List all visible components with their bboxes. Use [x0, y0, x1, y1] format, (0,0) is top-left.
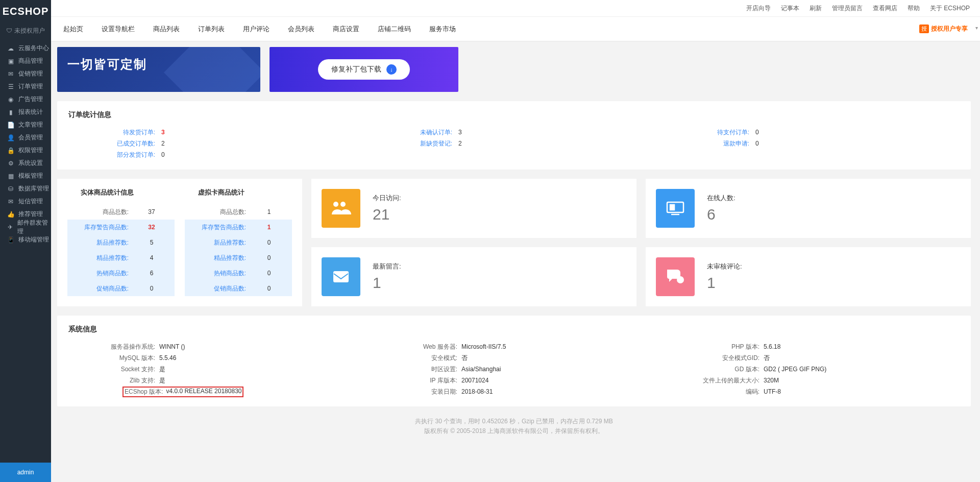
prod-value: 5: [129, 239, 175, 246]
sidebar-item-4[interactable]: ◉广告管理: [0, 93, 51, 106]
sysinfo-row: IP 库版本:20071024: [371, 375, 657, 386]
prod-label[interactable]: 新品推荐数:: [67, 238, 129, 247]
banner-custom[interactable]: 一切皆可定制: [57, 47, 260, 92]
sidebar-item-10[interactable]: ▦模板管理: [0, 170, 51, 182]
sidebar-item-7[interactable]: 👤会员管理: [0, 131, 51, 144]
nav-link-5[interactable]: 会员列表: [288, 25, 314, 33]
sysinfo-row: PHP 版本:5.6.18: [673, 341, 960, 352]
sysinfo-row: MySQL 版本:5.5.46: [68, 352, 355, 364]
order-stat-label[interactable]: 新缺货登记:: [365, 139, 452, 148]
sysinfo-row: 安装日期:2018-08-31: [371, 386, 657, 397]
order-stat-label[interactable]: 未确认订单:: [365, 128, 452, 137]
prod-label[interactable]: 精品推荐数:: [67, 254, 129, 262]
stat-card-2[interactable]: 最新留言:1: [311, 247, 636, 306]
stat-card-3[interactable]: 未审核评论:1: [646, 247, 971, 306]
stat-value-3: 1: [707, 274, 742, 292]
topbar-link-6[interactable]: 关于 ECSHOP: [930, 4, 970, 13]
order-stat-row: 部分发货订单:0: [68, 149, 365, 160]
patch-download-button[interactable]: 修复补丁包下载 ↓: [318, 59, 410, 80]
prod-value: 1: [246, 208, 292, 215]
sidebar-item-1[interactable]: ▣商品管理: [0, 55, 51, 67]
sidebar-item-9[interactable]: ⚙系统设置: [0, 157, 51, 170]
prod-value: 0: [246, 254, 292, 261]
sidebar-item-8[interactable]: 🔒权限管理: [0, 144, 51, 157]
sidebar-label-7: 会员管理: [18, 133, 43, 142]
sysinfo-label: 安装日期:: [371, 388, 457, 396]
order-stat-row: 退款申请:0: [663, 138, 960, 149]
stat-card-1[interactable]: 在线人数:6: [646, 179, 971, 238]
topbar-link-0[interactable]: 开店向导: [746, 4, 771, 13]
stat-label-2: 最新留言:: [373, 262, 401, 271]
sidebar-item-0[interactable]: ☁云服务中心: [0, 42, 51, 55]
sysinfo-value: 否: [461, 354, 468, 363]
sidebar-icon-9: ⚙: [6, 160, 15, 167]
sidebar-icon-12: ✉: [6, 198, 15, 205]
prod-row: 精品推荐数:0: [185, 250, 292, 266]
banner-patch[interactable]: 修复补丁包下载 ↓: [270, 47, 458, 92]
prod-value: 6: [129, 270, 175, 277]
prod-label[interactable]: 库存警告商品数:: [185, 223, 246, 232]
banner-custom-text: 一切皆可定制: [67, 57, 147, 71]
prod-label[interactable]: 促销商品数:: [185, 284, 246, 293]
nav-link-0[interactable]: 起始页: [63, 25, 83, 33]
prod-row: 新品推荐数:0: [185, 235, 292, 250]
footer-line1: 共执行 30 个查询，用时 0.452026 秒，Gzip 已禁用，内存占用 0…: [57, 417, 971, 426]
navbar-right[interactable]: 授 授权用户专享: [919, 25, 968, 33]
prod-label: 商品总数:: [67, 208, 129, 216]
nav-link-1[interactable]: 设置导航栏: [102, 25, 135, 33]
nav-link-6[interactable]: 商店设置: [333, 25, 359, 33]
topbar-link-2[interactable]: 刷新: [810, 4, 822, 13]
sysinfo-row: Zlib 支持:是: [68, 375, 355, 386]
sidebar-item-15[interactable]: 📱移动端管理: [0, 233, 51, 246]
sidebar-label-14: 邮件群发管理: [17, 219, 51, 236]
sidebar-item-6[interactable]: 📄文章管理: [0, 118, 51, 131]
prod-value: 0: [246, 270, 292, 277]
svg-rect-5: [334, 272, 348, 282]
nav-link-4[interactable]: 用户评论: [243, 25, 270, 33]
prod-label[interactable]: 热销商品数:: [185, 269, 246, 278]
stat-card-0[interactable]: 今日访问:21: [311, 179, 636, 238]
sysinfo-label: PHP 版本:: [673, 343, 760, 351]
prod-row: 热销商品数:0: [185, 266, 292, 281]
caret-down-icon[interactable]: ▾: [975, 25, 978, 31]
stat-icon-1: [656, 189, 695, 228]
sysinfo-row: 安全模式GID:否: [673, 352, 960, 364]
prod-label[interactable]: 库存警告商品数:: [67, 223, 129, 232]
sidebar-item-12[interactable]: ✉短信管理: [0, 195, 51, 208]
topbar-link-1[interactable]: 记事本: [781, 4, 799, 13]
topbar-link-5[interactable]: 帮助: [908, 4, 920, 13]
nav-link-3[interactable]: 订单列表: [198, 25, 225, 33]
topbar-link-4[interactable]: 查看网店: [873, 4, 897, 13]
prod-label[interactable]: 促销商品数:: [67, 284, 129, 293]
prod-label[interactable]: 精品推荐数:: [185, 254, 246, 262]
footer: 共执行 30 个查询，用时 0.452026 秒，Gzip 已禁用，内存占用 0…: [57, 417, 971, 436]
sidebar-item-5[interactable]: ▮报表统计: [0, 106, 51, 118]
prod-value: 0: [129, 285, 175, 292]
topbar-link-3[interactable]: 管理员留言: [832, 4, 863, 13]
order-stat-label[interactable]: 待发货订单:: [68, 128, 155, 137]
order-stat-value: 3: [458, 129, 462, 136]
sidebar-label-8: 权限管理: [18, 146, 43, 155]
sidebar-icon-4: ◉: [6, 96, 15, 103]
sidebar-icon-0: ☁: [6, 45, 15, 52]
nav-link-7[interactable]: 店铺二维码: [378, 25, 411, 33]
auth-badge-icon: 授: [919, 25, 929, 33]
sidebar-admin-button[interactable]: admin: [0, 463, 51, 482]
product-stats-panel: 实体商品统计信息 商品总数:37库存警告商品数:32新品推荐数:5精品推荐数:4…: [57, 179, 302, 306]
sidebar-item-2[interactable]: ✉促销管理: [0, 67, 51, 80]
prod-value: 4: [129, 254, 175, 261]
order-stat-label[interactable]: 部分发货订单:: [68, 151, 155, 159]
order-stat-label[interactable]: 待支付订单:: [663, 128, 749, 137]
sidebar-item-11[interactable]: ⛁数据库管理: [0, 182, 51, 195]
sidebar-item-14[interactable]: ✈邮件群发管理: [0, 221, 51, 233]
nav-link-8[interactable]: 服务市场: [429, 25, 456, 33]
prod-label[interactable]: 新品推荐数:: [185, 238, 246, 247]
sysinfo-row: 服务器操作系统:WINNT (): [68, 341, 355, 352]
nav-link-2[interactable]: 商品列表: [153, 25, 180, 33]
order-stat-label[interactable]: 已成交订单数:: [68, 139, 155, 148]
prod-label[interactable]: 热销商品数:: [67, 269, 129, 278]
sidebar-item-3[interactable]: ☰订单管理: [0, 80, 51, 93]
order-stat-label[interactable]: 退款申请:: [663, 139, 749, 148]
prod-row: 商品总数:1: [185, 204, 292, 220]
prod-row: 热销商品数:6: [67, 266, 175, 281]
